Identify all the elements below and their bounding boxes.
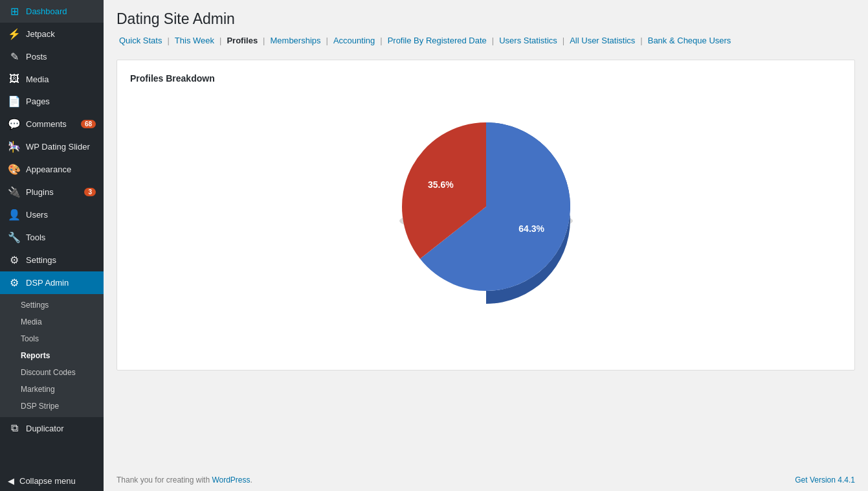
nav-tab-accounting[interactable]: Accounting: [331, 34, 377, 47]
icon-jetpack: ⚡: [8, 28, 21, 40]
sidebar-item-duplicator[interactable]: ⧉ Duplicator: [0, 417, 104, 439]
sidebar-item-media[interactable]: 🖼 Media: [0, 68, 104, 90]
nav-tab-all-user-statistics[interactable]: All User Statistics: [567, 34, 638, 47]
nav-tab-profiles[interactable]: Profiles: [224, 34, 260, 47]
sidebar-item-dsp-admin[interactable]: ⚙ DSP Admin: [0, 271, 104, 294]
sidebar-label-jetpack: Jetpack: [26, 29, 96, 39]
nav-tab-users-statistics[interactable]: Users Statistics: [496, 34, 560, 47]
icon-posts: ✎: [8, 51, 21, 63]
sidebar-label-dashboard: Dashboard: [26, 6, 96, 16]
sidebar-label-users: Users: [26, 210, 96, 220]
icon-settings: ⚙: [8, 254, 21, 266]
chart-container: Profiles Breakdown 64.3%35.6%: [117, 60, 855, 371]
sidebar-label-tools: Tools: [26, 233, 96, 242]
footer-credit-text: Thank you for creating with: [117, 475, 212, 485]
icon-dashboard: ⊞: [8, 5, 21, 17]
icon-plugins: 🔌: [8, 186, 21, 198]
active-arrow: [100, 271, 104, 294]
sidebar-item-settings[interactable]: ⚙ Settings: [0, 249, 104, 271]
icon-wp-dating-slider: 🎠: [8, 141, 21, 153]
page-footer: Thank you for creating with WordPress. G…: [104, 469, 868, 491]
icon-media: 🖼: [8, 73, 21, 85]
nav-separator: |: [562, 36, 564, 45]
wordpress-link[interactable]: WordPress: [212, 475, 250, 485]
badge-comments: 68: [81, 120, 96, 128]
nav-tab-profile-by-registered-date[interactable]: Profile By Registered Date: [385, 34, 489, 47]
icon-tools: 🔧: [8, 231, 21, 244]
nav-separator: |: [492, 36, 494, 45]
dsp-submenu-item-dsp-settings[interactable]: Settings: [0, 297, 104, 314]
sidebar-item-dashboard[interactable]: ⊞ Dashboard: [0, 0, 104, 23]
pie-label-0: 64.3%: [518, 223, 544, 234]
nav-separator: |: [219, 36, 221, 45]
dsp-submenu-item-dsp-discount-codes[interactable]: Discount Codes: [0, 364, 104, 381]
chart-title: Profiles Breakdown: [130, 73, 841, 84]
nav-separator: |: [263, 36, 265, 45]
content-area: Profiles Breakdown 64.3%35.6%: [104, 52, 868, 469]
pie-wrapper: 64.3%35.6%: [130, 97, 841, 330]
page-header: Dating Site Admin Quick Stats|This Week|…: [104, 0, 868, 52]
icon-appearance: 🎨: [8, 163, 21, 176]
dsp-submenu-item-dsp-stripe[interactable]: DSP Stripe: [0, 398, 104, 415]
nav-separator: |: [640, 36, 642, 45]
icon-pages: 📄: [8, 95, 21, 108]
sidebar-item-users[interactable]: 👤 Users: [0, 203, 104, 226]
sidebar-item-pages[interactable]: 📄 Pages: [0, 90, 104, 113]
collapse-icon: ◀: [8, 476, 14, 486]
icon-dsp-admin: ⚙: [8, 277, 21, 289]
collapse-label: Collapse menu: [19, 476, 76, 486]
dsp-submenu-item-dsp-tools[interactable]: Tools: [0, 330, 104, 347]
icon-users: 👤: [8, 209, 21, 221]
duplicator-icon: ⧉: [8, 422, 21, 434]
sidebar-label-dsp-admin: DSP Admin: [26, 278, 96, 288]
footer-credit: Thank you for creating with WordPress.: [117, 475, 252, 485]
sidebar-label-comments: Comments: [26, 119, 73, 129]
sidebar-label-pages: Pages: [26, 97, 96, 106]
sidebar-label-plugins: Plugins: [26, 187, 76, 197]
dsp-submenu: SettingsMediaToolsReportsDiscount CodesM…: [0, 294, 104, 417]
page-title: Dating Site Admin: [117, 10, 855, 28]
dsp-submenu-item-dsp-marketing[interactable]: Marketing: [0, 381, 104, 398]
sidebar-label-appearance: Appearance: [26, 165, 96, 174]
sidebar-item-plugins[interactable]: 🔌 Plugins 3: [0, 181, 104, 203]
sidebar-label-settings: Settings: [26, 255, 96, 265]
sidebar-item-wp-dating-slider[interactable]: 🎠 WP Dating Slider: [0, 135, 104, 158]
sidebar-item-appearance[interactable]: 🎨 Appearance: [0, 158, 104, 181]
sidebar-item-label: Duplicator: [26, 424, 96, 433]
sidebar-label-media: Media: [26, 74, 96, 84]
dsp-submenu-item-dsp-reports[interactable]: Reports: [0, 347, 104, 364]
dsp-submenu-item-dsp-media[interactable]: Media: [0, 314, 104, 330]
nav-separator: |: [380, 36, 382, 45]
version-link[interactable]: Get Version 4.4.1: [795, 475, 855, 485]
main-content: Dating Site Admin Quick Stats|This Week|…: [104, 0, 868, 491]
sidebar-item-comments[interactable]: 💬 Comments 68: [0, 113, 104, 135]
nav-tab-memberships[interactable]: Memberships: [268, 34, 324, 47]
sidebar-item-tools[interactable]: 🔧 Tools: [0, 226, 104, 249]
badge-plugins: 3: [84, 188, 96, 196]
nav-separator: |: [326, 36, 328, 45]
nav-tab-this-week[interactable]: This Week: [172, 34, 217, 47]
pie-chart: 64.3%35.6%: [383, 109, 590, 317]
icon-comments: 💬: [8, 118, 21, 130]
pie-label-1: 35.6%: [427, 179, 453, 190]
footer-period: .: [250, 475, 252, 485]
sidebar-item-posts[interactable]: ✎ Posts: [0, 45, 104, 68]
collapse-menu-button[interactable]: ◀ Collapse menu: [0, 471, 104, 491]
sidebar: ⊞ Dashboard ⚡ Jetpack ✎ Posts 🖼 Media 📄 …: [0, 0, 104, 491]
sidebar-label-posts: Posts: [26, 52, 96, 62]
nav-tab-bank-cheque-users[interactable]: Bank & Cheque Users: [645, 34, 734, 47]
nav-tab-quick-stats[interactable]: Quick Stats: [117, 34, 164, 47]
nav-tabs: Quick Stats|This Week|Profiles|Membershi…: [117, 34, 855, 47]
nav-separator: |: [167, 36, 169, 45]
sidebar-label-wp-dating-slider: WP Dating Slider: [26, 142, 96, 152]
sidebar-item-jetpack[interactable]: ⚡ Jetpack: [0, 23, 104, 45]
